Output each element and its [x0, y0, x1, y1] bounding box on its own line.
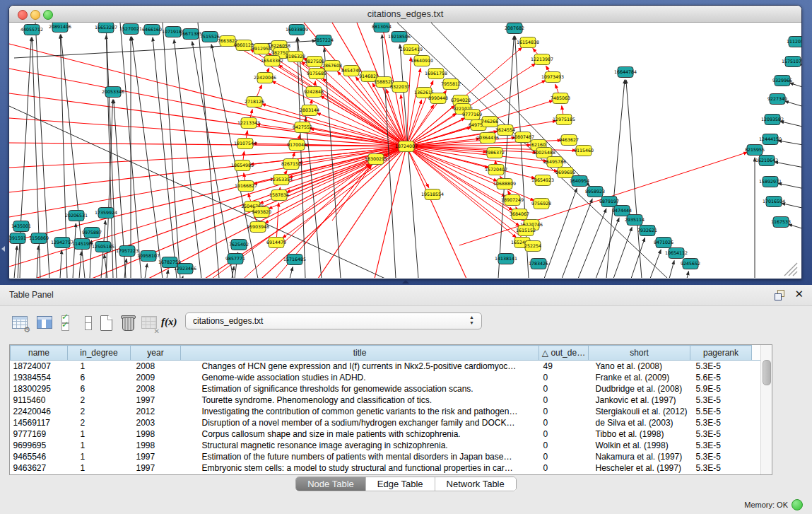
table-cell[interactable]: Jankovic et al. (1997) — [589, 395, 690, 406]
graph-node[interactable]: 1112054 — [787, 37, 801, 47]
graph-node[interactable]: 8813054 — [372, 23, 392, 33]
graph-node[interactable]: 12353354 — [270, 175, 293, 185]
graph-node[interactable]: 6466160 — [142, 25, 162, 35]
table-cell[interactable]: 2012 — [131, 406, 181, 417]
column-header-year[interactable]: year — [131, 346, 181, 361]
graph-node[interactable]: 2087682 — [505, 23, 524, 34]
graph-node[interactable]: 9329966 — [772, 76, 792, 86]
graph-node[interactable]: 1783426 — [529, 259, 548, 269]
graph-node[interactable]: 9777169 — [462, 110, 482, 120]
red-edge[interactable] — [244, 164, 370, 278]
graph-node[interactable]: 7857224 — [314, 35, 334, 46]
table-row[interactable]: 911546021997Tourette syndrome. Phenomeno… — [11, 395, 773, 406]
network-canvas[interactable]: 4405571220891406166532871527002164661601… — [9, 23, 801, 278]
table-cell[interactable]: 5.3E-5 — [690, 395, 752, 406]
graph-node[interactable]: 8267150 — [281, 159, 301, 170]
graph-node[interactable]: 20364436 — [476, 133, 499, 144]
table-cell[interactable]: 14569117 — [11, 417, 68, 428]
table-cell[interactable]: 1997 — [131, 451, 181, 462]
table-cell[interactable]: 19384554 — [11, 372, 68, 383]
table-cell[interactable]: Wolkin et al. (1998) — [589, 440, 690, 451]
graph-node[interactable]: 9975887 — [82, 228, 102, 238]
table-cell[interactable]: 2003 — [131, 417, 181, 428]
column-header-out_de[interactable]: △ out_de… — [539, 346, 589, 361]
graph-node[interactable]: 7625402 — [229, 240, 249, 250]
table-cell[interactable]: 5.6E-5 — [690, 372, 752, 383]
graph-node[interactable]: 15892971 — [759, 177, 782, 187]
graph-node[interactable]: 16154838 — [517, 37, 539, 48]
network-graph[interactable]: 4405571220891406166532871527002164661601… — [9, 23, 801, 278]
graph-node[interactable]: 44055712 — [20, 25, 43, 35]
table-cell[interactable]: 9465546 — [11, 451, 68, 462]
graph-node[interactable]: 17016504 — [763, 197, 785, 207]
table-cell[interactable]: 18724007 — [11, 361, 68, 373]
table-cell[interactable]: 1 — [68, 451, 131, 462]
table-cell[interactable]: 9777169 — [11, 428, 68, 440]
black-edge[interactable] — [192, 42, 233, 278]
table-row[interactable]: 1456911722003Disruption of a novel membe… — [11, 417, 773, 428]
graph-node[interactable]: 19325419 — [400, 45, 423, 55]
function-builder-button[interactable]: f(x) — [161, 314, 180, 332]
graph-node[interactable]: 7515526 — [200, 32, 220, 42]
table-cell[interactable]: 0 — [539, 428, 589, 440]
graph-node[interactable]: 12093582 — [761, 115, 784, 125]
graph-node[interactable]: 16543382 — [261, 56, 283, 66]
graph-node[interactable]: 19218506 — [388, 32, 411, 42]
table-cell[interactable]: 9699695 — [11, 440, 68, 451]
scrollbar-thumb[interactable] — [763, 360, 771, 385]
black-edge[interactable] — [626, 80, 642, 278]
graph-node[interactable]: 391591 — [9, 233, 26, 244]
graph-node[interactable]: 16644784 — [614, 67, 637, 78]
black-edge[interactable] — [198, 23, 219, 278]
graph-node[interactable]: 12213987 — [531, 54, 553, 65]
black-edge[interactable] — [613, 227, 632, 278]
black-edge[interactable] — [778, 141, 801, 146]
table-cell[interactable]: 0 — [539, 406, 589, 417]
black-edge[interactable] — [631, 238, 645, 278]
column-header-title[interactable]: title — [181, 346, 539, 361]
table-cell[interactable]: 1998 — [131, 440, 181, 451]
graph-node[interactable]: 12975185 — [553, 115, 575, 125]
table-cell[interactable]: 5.3E-5 — [690, 417, 752, 428]
graph-node[interactable]: 10654112 — [665, 248, 688, 259]
black-edge[interactable] — [789, 224, 801, 231]
graph-node[interactable]: 1156869 — [29, 233, 49, 244]
table-row[interactable]: 1872400712008Changes of HCN gene express… — [11, 361, 773, 373]
graph-node[interactable]: 8215955 — [745, 145, 765, 156]
graph-node[interactable]: 22420046 — [254, 73, 276, 83]
table-cell[interactable]: 2 — [68, 417, 131, 428]
black-edge[interactable] — [775, 162, 801, 169]
table-row[interactable]: 946362711997Embryonic stem cells: a mode… — [11, 462, 773, 474]
table-cell[interactable]: Franke et al. (2009) — [589, 372, 690, 383]
graph-node[interactable]: 1435001 — [11, 221, 31, 232]
graph-node[interactable]: 19166827 — [235, 181, 257, 192]
table-cell[interactable]: 0 — [539, 462, 589, 474]
delete-column-button[interactable] — [119, 314, 137, 332]
table-cell[interactable]: 9463627 — [11, 462, 68, 474]
network-window-titlebar[interactable]: citations_edges.txt — [9, 6, 801, 23]
graph-node[interactable]: 10958107 — [137, 251, 160, 262]
table-cell[interactable]: 2009 — [131, 372, 181, 383]
graph-node[interactable]: 8471026 — [654, 238, 673, 248]
graph-node[interactable]: 19654923 — [531, 175, 554, 186]
column-header-short[interactable]: short — [589, 346, 690, 361]
table-cell[interactable]: 1 — [68, 462, 131, 474]
graph-node[interactable]: 8454749 — [341, 66, 361, 76]
table-cell[interactable]: 1998 — [131, 428, 181, 440]
table-cell[interactable]: 18300295 — [11, 383, 68, 395]
create-column-button[interactable] — [98, 314, 116, 332]
graph-node[interactable]: 1145190 — [72, 239, 92, 250]
graph-node[interactable]: 3684067 — [510, 209, 529, 220]
graph-node[interactable]: 15716485 — [283, 255, 306, 265]
graph-node[interactable]: 7485063 — [551, 93, 570, 104]
black-edge[interactable] — [131, 37, 163, 278]
graph-node[interactable]: 15903948 — [247, 222, 269, 233]
black-edge[interactable] — [37, 246, 38, 278]
graph-node[interactable]: 20891406 — [49, 23, 71, 33]
table-cell[interactable]: 5.3E-5 — [690, 451, 752, 462]
table-cell[interactable]: Estimation of significance thresholds fo… — [181, 383, 539, 395]
black-edge[interactable] — [79, 252, 81, 278]
resize-grip-icon[interactable] — [793, 271, 797, 276]
graph-node[interactable]: 18300295 — [365, 154, 387, 165]
graph-node[interactable]: 12444150 — [759, 134, 782, 145]
